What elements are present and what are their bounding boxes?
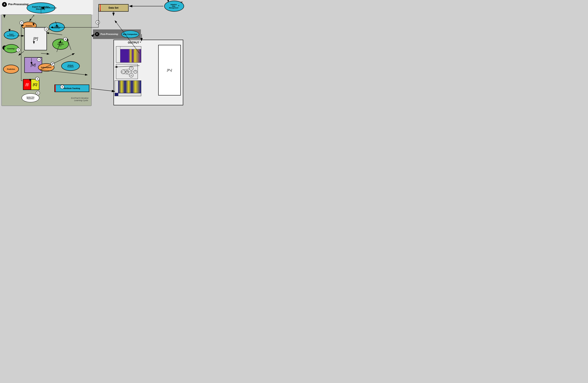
num-circle-2: 2 — [44, 27, 48, 31]
attr-tracking-box: Attribute Tracking — [54, 85, 89, 92]
ek-top-center-ellipse: Expert Knowledge * — [49, 22, 65, 32]
num-circle-10: 10 — [20, 21, 24, 25]
main-container: A Pre-Processing: Expert Knowledge Disco… — [0, 0, 187, 109]
svg-text:X2: X2 — [126, 70, 128, 72]
prediction-text: Prediction — [7, 68, 15, 70]
attr-tracking-red-line — [55, 85, 56, 92]
network-graph: X0 X1 X5 X2 X4 — [116, 64, 138, 79]
post-processing-label: Post-Processing: — [101, 33, 119, 35]
adm-ellipse: Adaptive Data Management * — [164, 1, 184, 12]
prediction-ellipse: Prediction — [3, 65, 19, 74]
attr-feedback-ellipse: Attribute Feedback — [61, 61, 80, 71]
output-section: X0 X1 X5 X2 X4 [P₆] — [113, 40, 183, 105]
adm-text: Adaptive Data Management — [169, 4, 178, 9]
pc-box-text: [P₆] — [167, 68, 172, 72]
p-box-text: [P] — [33, 37, 38, 41]
svg-text:X5: X5 — [130, 75, 132, 76]
dataset-dot: ● — [100, 9, 101, 11]
num-circle-3: 3 — [37, 57, 41, 62]
num-circle-6: 6 — [36, 91, 40, 95]
rule-compaction-ellipse: Rule Compaction — [121, 30, 139, 38]
svg-line-6 — [123, 69, 129, 70]
ek-left-text: Expert Knowledge * — [7, 34, 16, 37]
pre-processing-section: A Pre-Processing: Expert Knowledge Disco… — [0, 0, 93, 15]
ekd-ellipse: Expert Knowledge Discovery * — [27, 2, 55, 13]
output-label: OUTPUT * — [128, 41, 141, 44]
network-svg: X0 X1 X5 X2 X4 — [116, 64, 138, 79]
i-box-text: [I] — [26, 83, 29, 86]
svg-line-7 — [123, 74, 129, 75]
num-circle-1: 1 — [96, 20, 100, 24]
num-circle-9: 9 — [63, 37, 67, 41]
circle-a: A — [2, 2, 7, 7]
circle-c: C — [95, 32, 99, 36]
num-circle-5: 5 — [16, 48, 20, 52]
deletion-text: Deletion — [26, 25, 33, 27]
num-circle-8: 8 — [60, 85, 64, 89]
covering-text: Covering * — [7, 48, 16, 50]
subsumption-text: Subsumption — [41, 66, 52, 68]
svg-text:X0: X0 — [121, 71, 123, 73]
p-box: [P] — [24, 27, 47, 50]
exstracs-label: ExSTraCS Iterative Learning Cycle: — [71, 97, 88, 102]
heatmap-bottom — [115, 81, 141, 96]
attr-tracking-text: Attribute Tracking — [64, 87, 80, 89]
m-box-text: [M] — [31, 63, 36, 67]
pc-box: [P₆] — [158, 45, 181, 95]
ek-left-ellipse: Expert Knowledge * — [4, 30, 19, 39]
post-processing-section: C Post-Processing: Rule Compaction — [93, 29, 141, 39]
num-circle-4: 4 — [35, 77, 39, 81]
ekd-text: Expert Knowledge Discovery — [32, 6, 49, 10]
ekd-star: * — [49, 7, 50, 9]
num-10-text: 10 — [21, 22, 22, 24]
i-box: [I] — [23, 79, 31, 90]
svg-text:X1: X1 — [130, 67, 132, 68]
rule-compaction-text: Rule Compaction — [123, 33, 137, 35]
ek-top-text: Expert Knowledge * — [53, 26, 61, 29]
ga-text: Genetic Algorithm [C] * — [57, 42, 64, 46]
heatmap-top — [116, 46, 141, 63]
dataset-label: Data Set — [108, 6, 118, 9]
dataset-box: Data Set ● — [99, 4, 128, 12]
adm-star: * — [178, 5, 179, 8]
update-rule-text: Update Rule Parameters — [26, 96, 34, 99]
pre-processing-label: Pre-Processing: — [8, 3, 29, 6]
c-box-text: [C] — [33, 83, 37, 86]
svg-text:X4: X4 — [135, 70, 136, 72]
num-circle-7: 7 — [51, 62, 55, 66]
svg-line-31 — [91, 89, 115, 91]
attr-feedback-text: Attribute Feedback — [67, 64, 74, 67]
